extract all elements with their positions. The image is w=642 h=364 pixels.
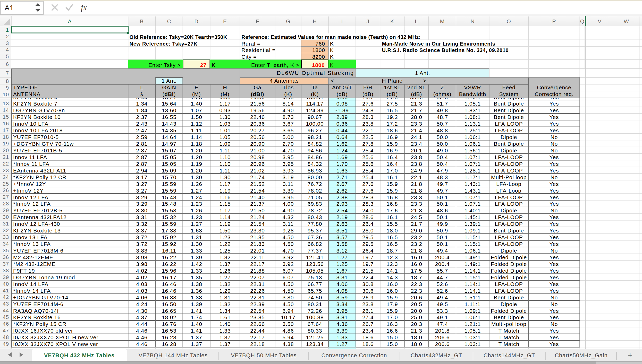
svg-text:50.7: 50.7 (437, 121, 448, 127)
svg-text:(dB): (dB) (411, 91, 422, 97)
svg-text:1.03:1: 1.03:1 (464, 334, 481, 340)
svg-text:Yes: Yes (550, 334, 559, 340)
svg-text:1.11: 1.11 (219, 148, 231, 153)
svg-text:47.4: 47.4 (437, 321, 448, 327)
svg-text:123.56: 123.56 (306, 261, 324, 267)
svg-text:21.3: 21.3 (411, 207, 422, 213)
svg-text:16.1: 16.1 (386, 214, 398, 220)
svg-text:1.26: 1.26 (191, 181, 202, 187)
svg-text:24.8: 24.8 (362, 107, 374, 113)
svg-text:17.9: 17.9 (386, 301, 398, 307)
svg-text:27.6: 27.6 (362, 181, 374, 187)
svg-text:InnoV 10 LFA 2018: InnoV 10 LFA 2018 (13, 127, 63, 133)
svg-text:72.26: 72.26 (308, 308, 322, 314)
svg-text:+*InnoV 12Y: +*InnoV 12Y (13, 181, 46, 187)
svg-text:1.05:1: 1.05:1 (464, 101, 481, 107)
svg-text:1.17: 1.17 (219, 181, 231, 187)
svg-text:+DG7YBN GTV 70-11w: +DG7YBN GTV 70-11w (13, 141, 74, 147)
svg-text:16.6: 16.6 (386, 328, 398, 334)
svg-text:1.08:1: 1.08:1 (464, 114, 481, 120)
svg-text:45: 45 (3, 314, 9, 320)
svg-text:3.83: 3.83 (136, 248, 147, 254)
svg-text:3.27: 3.27 (136, 181, 147, 187)
svg-text:1.26: 1.26 (191, 207, 202, 213)
svg-text:22.46: 22.46 (250, 114, 265, 120)
svg-text:21.88: 21.88 (250, 268, 265, 274)
svg-text:13.60: 13.60 (162, 107, 176, 113)
svg-text:22.4: 22.4 (362, 274, 374, 280)
svg-text:12.3: 12.3 (386, 261, 398, 267)
svg-text:Yes: Yes (550, 127, 559, 133)
svg-text:3.72: 3.72 (136, 234, 147, 240)
svg-text:15.9: 15.9 (386, 188, 398, 194)
svg-text:23.8: 23.8 (362, 121, 374, 127)
svg-text:M2 432-12EME: M2 432-12EME (13, 254, 53, 260)
svg-text:1.37: 1.37 (191, 334, 202, 340)
svg-text:37: 37 (3, 261, 9, 267)
svg-text:*KF2YN Polly 12 CR: *KF2YN Polly 12 CR (13, 174, 66, 180)
svg-text:47: 47 (3, 327, 9, 333)
svg-text:50.1: 50.1 (437, 201, 448, 207)
svg-text:*InnoV 12 LFA: *InnoV 12 LFA (13, 201, 51, 207)
svg-text:4.46: 4.46 (136, 334, 147, 340)
svg-text:1.09: 1.09 (219, 141, 231, 147)
svg-text:26.1: 26.1 (362, 308, 374, 314)
svg-text:1.63: 1.63 (336, 168, 348, 174)
svg-text:19.7: 19.7 (362, 254, 374, 260)
svg-text:KF2YN Boxkite 10: KF2YN Boxkite 10 (13, 114, 61, 120)
svg-text:1.32: 1.32 (219, 281, 231, 287)
svg-text:3: 3 (6, 40, 9, 46)
svg-text:2.88: 2.88 (336, 194, 348, 200)
svg-text:28.6: 28.6 (362, 214, 374, 220)
svg-text:KF2YN Boxkite 7: KF2YN Boxkite 7 (13, 101, 57, 107)
svg-text:1 Ant.: 1 Ant. (415, 70, 430, 76)
svg-text:2.63: 2.63 (336, 221, 348, 227)
svg-text:24.1: 24.1 (411, 134, 422, 140)
svg-text:4.36: 4.36 (336, 321, 348, 327)
svg-text:3.34: 3.34 (336, 301, 348, 307)
svg-text:29.5: 29.5 (362, 241, 374, 247)
svg-text:29: 29 (3, 207, 9, 213)
svg-text:3.19: 3.19 (282, 174, 294, 180)
svg-text:22.07: 22.07 (250, 274, 265, 280)
svg-text:1800: 1800 (312, 62, 325, 68)
svg-text:78.02: 78.02 (308, 188, 322, 194)
svg-text:16.0: 16.0 (411, 261, 422, 267)
svg-text:1.34: 1.34 (136, 101, 147, 107)
svg-text:1.61: 1.61 (219, 314, 231, 320)
svg-text:VE7BQH 50 MHz Tables: VE7BQH 50 MHz Tables (231, 352, 297, 359)
svg-text:Ga: Ga (254, 84, 261, 90)
svg-text:LFA-LOOP: LFA-LOOP (495, 127, 523, 133)
svg-text:15.32: 15.32 (162, 214, 176, 220)
svg-text:77.37: 77.37 (308, 248, 322, 254)
svg-text:K: K (330, 62, 334, 68)
svg-text:8200: 8200 (312, 54, 325, 60)
svg-text:3.39: 3.39 (336, 328, 348, 334)
svg-text:18.6: 18.6 (362, 341, 374, 347)
svg-text:Charts432MHz_GT: Charts432MHz_GT (411, 352, 462, 359)
svg-text:1.19: 1.19 (191, 161, 202, 167)
svg-text:14.3: 14.3 (386, 274, 398, 280)
svg-text:1.43:1: 1.43:1 (464, 181, 481, 187)
svg-text:16.4: 16.4 (386, 154, 398, 160)
svg-text:25: 25 (3, 181, 9, 187)
svg-text:22.01: 22.01 (250, 248, 265, 254)
svg-text:1.33: 1.33 (191, 268, 202, 274)
svg-text:71.05: 71.05 (308, 194, 322, 200)
svg-text:74.50: 74.50 (308, 294, 322, 300)
svg-text:18: 18 (3, 134, 9, 140)
svg-text:1.50: 1.50 (219, 228, 231, 233)
svg-text:2.87: 2.87 (136, 161, 147, 167)
svg-text:3.31: 3.31 (136, 214, 147, 220)
svg-text:Folded Dipole: Folded Dipole (491, 254, 527, 260)
svg-text:44.7: 44.7 (437, 274, 448, 280)
svg-text:DL6WU Optimal Stacking: DL6WU Optimal Stacking (277, 70, 354, 76)
svg-text:84.82: 84.82 (308, 141, 322, 147)
svg-text:3.37: 3.37 (136, 228, 147, 233)
svg-text:16.8: 16.8 (386, 201, 398, 207)
svg-text:Bent Dipole: Bent Dipole (494, 228, 524, 233)
svg-text:28.0: 28.0 (411, 114, 422, 120)
svg-text:1.07:1: 1.07:1 (464, 194, 481, 200)
svg-text:124.39: 124.39 (306, 107, 324, 113)
svg-text:1.33: 1.33 (191, 248, 202, 254)
